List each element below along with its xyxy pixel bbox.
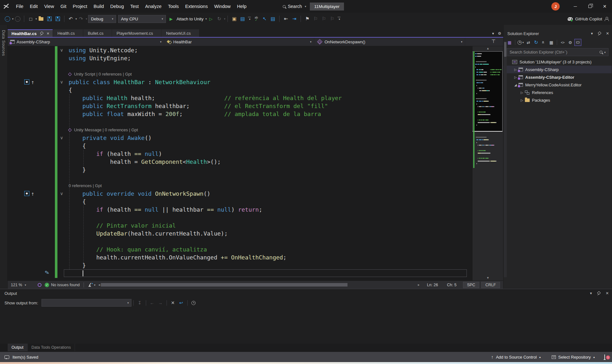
preview-selected-items-button[interactable] — [574, 39, 581, 46]
timestamp-button[interactable] — [190, 299, 198, 307]
properties-wrench-button[interactable]: ⚙ — [567, 39, 574, 46]
codelens-line[interactable]: Unity Script | 0 references | Gpt — [8, 70, 471, 78]
column-indicator[interactable]: Ch: 5 — [447, 283, 457, 287]
find-in-files-button[interactable]: ▣ — [230, 15, 238, 23]
bottom-tab-output[interactable]: Output — [8, 344, 28, 351]
menu-item-debug[interactable]: Debug — [107, 0, 127, 13]
refresh-button[interactable]: ↻ — [533, 39, 540, 46]
previous-bookmark-button[interactable]: ⚐ — [312, 15, 319, 23]
data-sources-side-tab[interactable]: Data Sources — [0, 25, 8, 289]
tree-item-packages[interactable]: ▷Packages — [504, 96, 612, 104]
codelens-line[interactable]: Unity Message | 0 references | Gpt — [8, 126, 471, 134]
menu-item-analyze[interactable]: Analyze — [142, 0, 165, 13]
issues-status-text[interactable]: No issues found — [51, 283, 80, 287]
new-project-button[interactable]: □ — [27, 15, 34, 23]
minimap-scrollbar[interactable]: ▴ ▾ — [473, 46, 503, 280]
collapse-all-button[interactable]: « — [540, 39, 547, 46]
horizontal-scrollbar[interactable]: ◂ ▸ — [97, 283, 421, 287]
configuration-combobox[interactable]: Debug ▾ — [88, 15, 116, 23]
scroll-left-icon[interactable]: ◂ — [97, 283, 101, 287]
next-message-button[interactable]: → — [156, 299, 165, 307]
back-dropdown-icon[interactable]: ▾ — [12, 17, 13, 20]
pointer-mode-button[interactable]: ↖ — [261, 15, 268, 23]
unity-codeassist-glyph-icon[interactable] — [24, 79, 29, 84]
tab-networkui-cs[interactable]: NetworkUI.cs — [161, 29, 199, 37]
tree-expander-icon[interactable]: ▷ — [513, 68, 518, 71]
code-cleanup-broom-icon[interactable] — [88, 283, 93, 287]
increase-indent-button[interactable]: ⇥ — [290, 15, 298, 23]
search-control[interactable]: Search ▾ 11Multiplayer — [283, 0, 344, 13]
scroll-up-icon[interactable]: ▴ — [473, 46, 503, 50]
scroll-right-icon[interactable]: ▸ — [417, 283, 421, 287]
add-to-source-control-button[interactable]: ↑ Add to Source Control ▴ — [487, 352, 544, 362]
code-editor[interactable]: using Unity.Netcode;∨using UnityEngine;U… — [8, 46, 503, 280]
undo-button[interactable]: ↶ — [67, 15, 75, 23]
fold-chevron-icon[interactable]: ∨ — [58, 78, 65, 86]
scroll-down-icon[interactable]: ▾ — [473, 276, 503, 280]
tab-bullet-cs[interactable]: Bullet.cs — [83, 29, 112, 37]
word-wrap-button[interactable]: ↩ — [177, 299, 185, 307]
start-debug-icon[interactable]: ▶ — [167, 15, 175, 23]
copilot-label[interactable]: GitHub Copilot — [575, 17, 602, 21]
save-all-button[interactable] — [54, 15, 62, 23]
pending-changes-filter-button[interactable]: ▾ — [517, 39, 524, 46]
tree-item-assembly-csharp[interactable]: ▷Assembly-CSharp — [504, 66, 612, 73]
spaces-indicator[interactable]: SPC — [463, 282, 480, 288]
open-folder-button[interactable] — [37, 15, 45, 23]
zoom-selector[interactable]: 121 % ▾ — [11, 283, 34, 287]
fold-chevron-icon[interactable]: ∨ — [58, 46, 65, 54]
clear-bookmarks-button[interactable]: ⚐ — [328, 15, 336, 23]
navigate-forward-button[interactable]: → — [14, 15, 21, 23]
codelens-line[interactable]: 0 references | Gpt — [8, 182, 471, 190]
tab-list-dropdown-icon[interactable]: ▾ — [492, 31, 494, 36]
toolbar-overflow-button[interactable]: ▾ — [338, 17, 340, 21]
line-ending-indicator[interactable]: CRLF — [481, 282, 500, 288]
scrollbar-thumb[interactable] — [101, 283, 347, 287]
menu-item-project[interactable]: Project — [70, 0, 90, 13]
close-tab-icon[interactable]: ✕ — [47, 32, 49, 36]
pin-panel-icon[interactable] — [597, 32, 601, 36]
unity-codeassist-glyph-icon[interactable] — [24, 191, 29, 196]
notifications-button[interactable]: 1 — [602, 355, 608, 360]
hot-reload-button[interactable]: ↻ — [215, 15, 223, 23]
start-without-debugging-button[interactable]: ▷ — [207, 15, 215, 23]
toolbar-overflow-button[interactable]: ▾ — [248, 17, 251, 21]
split-editor-icon[interactable]: ⊤ — [491, 39, 496, 44]
attach-dropdown-icon[interactable]: ▾ — [205, 17, 207, 20]
tree-item-solution-11multiplayer-3-of-3-projects-[interactable]: Solution '11Multiplayer' (3 of 3 project… — [504, 58, 612, 66]
pin-tab-icon[interactable] — [40, 32, 44, 36]
code-cleanup-dropdown-icon[interactable]: ▾ — [94, 283, 95, 287]
tab-playermovement-cs[interactable]: PlayerMovement.cs — [112, 29, 161, 37]
codelens-text[interactable]: Unity Script | 0 references | Gpt — [74, 72, 132, 76]
redo-dropdown-icon[interactable]: ▾ — [86, 17, 87, 20]
previous-message-button[interactable]: ← — [148, 299, 156, 307]
panel-menu-chevron-icon[interactable]: ▾ — [591, 31, 593, 36]
document-options-gear-icon[interactable]: ⚙ — [498, 31, 501, 36]
bottom-tab-data-tools-operations[interactable]: Data Tools Operations — [28, 344, 75, 351]
sync-with-active-document-button[interactable]: ⇄ — [525, 39, 532, 46]
output-content[interactable] — [0, 308, 612, 344]
menu-item-extensions[interactable]: Extensions — [182, 0, 211, 13]
menu-item-edit[interactable]: Edit — [26, 0, 41, 13]
save-output-button[interactable]: ↧ — [136, 299, 144, 307]
tab-health-cs[interactable]: Health.cs — [53, 29, 83, 37]
menu-item-test[interactable]: Test — [127, 0, 142, 13]
close-button[interactable]: ✕ — [597, 0, 612, 13]
clear-all-button[interactable]: ✕ — [169, 299, 177, 307]
panel-menu-chevron-icon[interactable]: ▾ — [590, 291, 592, 295]
avatar[interactable]: J — [551, 2, 560, 11]
scrollbar-track[interactable] — [101, 283, 417, 287]
fold-chevron-icon[interactable]: ∨ — [58, 134, 65, 142]
menu-item-window[interactable]: Window — [211, 0, 234, 13]
redo-button[interactable]: ↷ — [77, 15, 85, 23]
codeassist-status-icon[interactable] — [38, 283, 41, 287]
tree-expander-icon[interactable]: ▷ — [513, 76, 518, 79]
output-source-combobox[interactable]: ▾ — [41, 299, 131, 307]
pin-panel-icon[interactable] — [597, 291, 601, 295]
menu-item-tools[interactable]: Tools — [165, 0, 182, 13]
copilot-user-icon[interactable] — [604, 17, 609, 21]
undo-dropdown-icon[interactable]: ▾ — [76, 17, 77, 20]
spell-check-button[interactable]: ab✓ — [252, 15, 260, 23]
menu-item-view[interactable]: View — [41, 0, 57, 13]
output-window-button[interactable]: ▤ — [239, 15, 246, 23]
